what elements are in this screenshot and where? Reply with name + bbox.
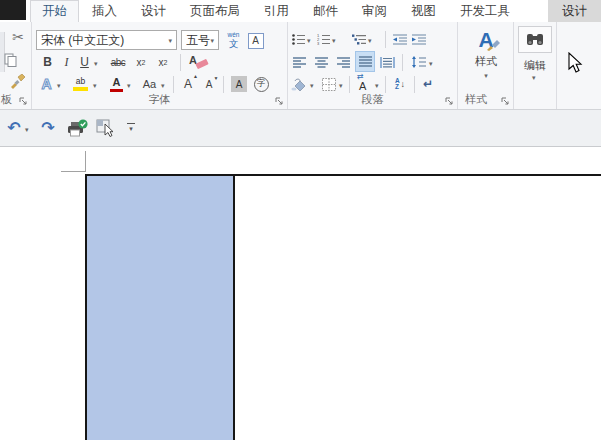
chevron-down-icon [168, 37, 172, 44]
increase-indent-button[interactable] [411, 30, 427, 48]
font-dialog-launcher[interactable] [275, 97, 284, 106]
tab-home[interactable]: 开始 [30, 0, 79, 22]
styles-button[interactable]: A 样式 [458, 26, 514, 82]
tab-mailings[interactable]: 邮件 [302, 0, 349, 22]
distributed-button[interactable] [378, 53, 396, 71]
tab-references[interactable]: 引用 [253, 0, 300, 22]
change-case-button[interactable]: Aa [140, 75, 159, 93]
find-button[interactable] [518, 26, 552, 53]
highlight-button[interactable]: ab [70, 75, 91, 93]
highlight-icon: ab [73, 77, 88, 91]
asian-layout-dropdown[interactable] [375, 82, 379, 90]
font-size-combobox[interactable]: 五号 [181, 30, 219, 50]
multilevel-list-dropdown[interactable] [368, 37, 372, 45]
superscript-button[interactable]: x2 [154, 53, 172, 71]
mouse-cursor [568, 52, 584, 74]
line-spacing-dropdown[interactable] [429, 60, 433, 68]
shrink-font-button[interactable]: A▼ [201, 75, 217, 93]
line-spacing-icon [411, 56, 426, 68]
qat-customize-button[interactable] [126, 123, 136, 132]
print-preview-button[interactable] [66, 118, 90, 138]
clear-formatting-button[interactable]: A [188, 53, 212, 71]
bullets-icon [292, 34, 305, 45]
shading-button[interactable] [290, 75, 308, 93]
undo-icon: ↶ [7, 120, 20, 136]
increase-indent-icon [412, 34, 426, 45]
underline-button[interactable]: U [77, 53, 92, 71]
editing-dropdown[interactable] [532, 74, 536, 82]
ribbon: ✂ 板 宋体 (中文正文) [0, 22, 601, 110]
character-border-button[interactable]: A [246, 31, 265, 50]
clear-formatting-icon: A [189, 54, 211, 70]
phonetic-guide-icon: wén 文 [228, 32, 240, 48]
borders-button[interactable] [320, 75, 337, 93]
phonetic-guide-button[interactable]: wén 文 [223, 30, 244, 50]
copy-button[interactable] [2, 51, 20, 69]
underline-dropdown[interactable] [94, 60, 98, 68]
italic-button[interactable]: I [61, 53, 72, 71]
tab-page-layout[interactable]: 页面布局 [179, 0, 251, 22]
clipboard-dialog-launcher[interactable] [19, 97, 28, 106]
chevron-down-icon [210, 37, 214, 44]
styles-group: A 样式 样式 [458, 22, 514, 109]
tab-table-design-contextual[interactable]: 设计 [548, 0, 601, 22]
ribbon-tab-bar: 开始 插入 设计 页面布局 引用 邮件 审阅 视图 开发工具 设计 [0, 0, 601, 22]
format-painter-button[interactable] [6, 72, 28, 90]
show-hide-marks-button[interactable]: ↵ [420, 75, 436, 93]
justify-button[interactable] [355, 51, 375, 72]
subscript-button[interactable]: x2 [132, 53, 150, 71]
grow-font-button[interactable]: A▲ [179, 75, 197, 93]
numbering-dropdown[interactable] [332, 37, 336, 45]
font-color-button[interactable]: A [108, 75, 125, 93]
justify-icon [359, 56, 372, 67]
tab-review[interactable]: 审阅 [351, 0, 398, 22]
editing-button-label: 编辑 [514, 58, 556, 73]
paragraph-group: 123 [288, 22, 458, 109]
file-tab-stub[interactable] [0, 0, 26, 20]
shading-dropdown[interactable] [310, 82, 314, 90]
multilevel-list-button[interactable] [351, 30, 367, 48]
enclose-characters-button[interactable]: 字 [252, 75, 270, 93]
select-objects-button[interactable] [94, 118, 118, 138]
sort-button[interactable]: AZ ↓ [391, 75, 409, 93]
undo-button[interactable]: ↶ [5, 119, 23, 137]
document-area[interactable] [0, 147, 601, 440]
align-center-button[interactable] [313, 53, 329, 71]
bullets-dropdown[interactable] [307, 37, 311, 45]
paragraph-dialog-launcher[interactable] [445, 97, 454, 106]
font-name-combobox[interactable]: 宋体 (中文正文) [36, 30, 177, 50]
decrease-indent-button[interactable] [392, 30, 408, 48]
borders-icon [322, 78, 336, 91]
text-effects-button[interactable]: A [38, 75, 55, 93]
grow-font-icon: A▲ [184, 77, 192, 91]
tab-developer[interactable]: 开发工具 [449, 0, 521, 22]
change-case-dropdown[interactable] [161, 82, 165, 90]
character-shading-button[interactable]: A [230, 75, 248, 93]
copy-icon [4, 53, 18, 67]
highlight-dropdown[interactable] [93, 82, 97, 90]
asian-layout-button[interactable]: ⇄ A [354, 74, 373, 93]
tab-design[interactable]: 设计 [130, 0, 177, 22]
align-left-button[interactable] [291, 53, 307, 71]
undo-dropdown[interactable] [25, 126, 29, 134]
font-size-value: 五号 [186, 32, 210, 49]
selected-table-cell[interactable] [85, 176, 235, 440]
tab-insert[interactable]: 插入 [81, 0, 128, 22]
strikethrough-button[interactable]: abc [107, 53, 129, 71]
cut-button[interactable]: ✂ [8, 28, 28, 46]
text-effects-dropdown[interactable] [57, 82, 61, 90]
font-color-dropdown[interactable] [127, 82, 131, 90]
tab-view[interactable]: 视图 [400, 0, 447, 22]
numbering-button[interactable]: 123 [316, 30, 331, 48]
redo-button[interactable]: ↷ [39, 119, 57, 137]
borders-dropdown[interactable] [339, 82, 343, 90]
align-right-button[interactable] [335, 53, 351, 71]
multilevel-list-icon [352, 34, 366, 45]
bullets-button[interactable] [291, 30, 306, 48]
line-spacing-button[interactable] [410, 53, 427, 71]
styles-dialog-launcher[interactable] [501, 97, 510, 106]
decrease-indent-icon [393, 34, 407, 45]
formatting-mark-icon: ↵ [423, 77, 433, 91]
bold-button[interactable]: B [40, 53, 55, 71]
paragraph-group-label: 段落 [288, 92, 457, 107]
